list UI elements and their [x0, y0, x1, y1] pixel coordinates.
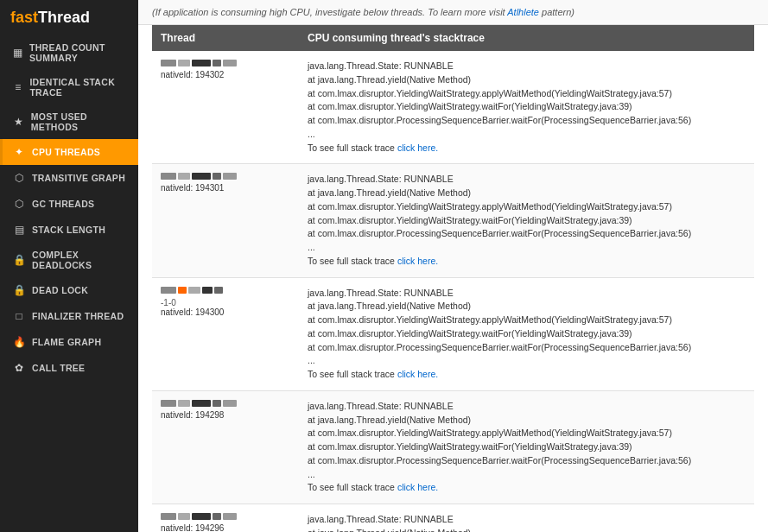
- nav-label-finalizer-thread: FINALIZER THREAD: [32, 311, 124, 321]
- sidebar-item-finalizer-thread[interactable]: □ FINALIZER THREAD: [0, 303, 138, 329]
- stack-cell-1: java.lang.Thread.State: RUNNABLEat java.…: [299, 164, 754, 277]
- stack-line: ...: [308, 241, 746, 255]
- nav-icon-most-used-methods: ★: [13, 116, 24, 128]
- thread-bar: [213, 60, 221, 66]
- page-header: (If application is consuming high CPU, i…: [138, 0, 768, 25]
- nav-icon-thread-count-summary: ▦: [13, 47, 22, 59]
- thread-bar: [178, 513, 190, 520]
- thread-bars: [161, 173, 290, 180]
- native-id-1: nativeld: 194301: [161, 183, 290, 193]
- thread-bar: [213, 513, 221, 520]
- nav-label-cpu-threads: CPU THREADS: [32, 147, 100, 157]
- stack-line: java.lang.Thread.State: RUNNABLE: [308, 173, 746, 187]
- thread-cell-3: nativeld: 194298: [152, 390, 299, 504]
- col-stacktrace: CPU consuming thread's stacktrace: [299, 25, 754, 51]
- nav-icon-cpu-threads: ✦: [13, 146, 25, 158]
- header-suffix: pattern): [539, 7, 574, 17]
- stack-line: java.lang.Thread.State: RUNNABLE: [308, 513, 746, 527]
- stack-line: at com.lmax.disruptor.YieldingWaitStrate…: [308, 100, 746, 114]
- thread-cell-1: nativeld: 194301: [152, 164, 299, 277]
- sidebar-item-complex-deadlocks[interactable]: 🔒 COMPLEX DEADLOCKS: [0, 243, 138, 277]
- stack-line: at com.lmax.disruptor.ProcessingSequence…: [308, 114, 746, 128]
- stack-line: at com.lmax.disruptor.YieldingWaitStrate…: [308, 87, 746, 101]
- stack-line: at com.lmax.disruptor.YieldingWaitStrate…: [308, 214, 746, 228]
- nav-icon-stack-length: ▤: [13, 224, 25, 236]
- stack-cell-2: java.lang.Thread.State: RUNNABLEat java.…: [299, 277, 754, 390]
- sidebar-item-gc-threads[interactable]: ⬡ GC THREADS: [0, 191, 138, 217]
- sidebar-item-cpu-threads[interactable]: ✦ CPU THREADS: [0, 139, 138, 165]
- nav-icon-transitive-graph: ⬡: [13, 172, 25, 184]
- thread-bar: [161, 60, 176, 66]
- thread-bar: [192, 60, 211, 66]
- nav-label-thread-count-summary: THREAD COUNT SUMMARY: [29, 42, 128, 63]
- click-here-text: To see full stack trace click here.: [308, 368, 746, 382]
- thread-cell-4: nativeld: 194296: [152, 504, 299, 533]
- sidebar-item-thread-count-summary[interactable]: ▦ THREAD COUNT SUMMARY: [0, 35, 138, 70]
- sidebar: fastThread ▦ THREAD COUNT SUMMARY ≡ IDEN…: [0, 0, 138, 532]
- stack-line: ...: [308, 468, 746, 482]
- nav-label-flame-graph: FLAME GRAPH: [32, 337, 101, 347]
- stack-line: at java.lang.Thread.yield(Native Method): [308, 300, 746, 314]
- stack-cell-0: java.lang.Thread.State: RUNNABLEat java.…: [299, 51, 754, 164]
- stack-line: at com.lmax.disruptor.YieldingWaitStrate…: [308, 327, 746, 341]
- stack-line: at com.lmax.disruptor.YieldingWaitStrate…: [308, 427, 746, 440]
- thread-bar: [178, 400, 190, 407]
- click-here-text: To see full stack trace click here.: [308, 481, 746, 495]
- thread-bar: [223, 60, 237, 66]
- thread-bar: [214, 287, 223, 294]
- thread-bar: [178, 173, 190, 180]
- stack-line: ...: [308, 354, 746, 368]
- thread-bar: [213, 400, 221, 407]
- thread-bar: [161, 400, 176, 407]
- logo-fast: fast: [10, 9, 38, 26]
- sidebar-item-dead-lock[interactable]: 🔒 DEAD LOCK: [0, 277, 138, 303]
- stack-line: at com.lmax.disruptor.YieldingWaitStrate…: [308, 440, 746, 454]
- content-area[interactable]: Thread CPU consuming thread's stacktrace…: [138, 25, 768, 532]
- stack-line: java.lang.Thread.State: RUNNABLE: [308, 400, 746, 414]
- athlete-link[interactable]: Atlhlete: [507, 7, 539, 17]
- nav-icon-finalizer-thread: □: [13, 310, 25, 322]
- thread-bar: [192, 400, 211, 407]
- stack-line: at java.lang.Thread.yield(Native Method): [308, 527, 746, 532]
- thread-bars: [161, 287, 290, 294]
- thread-bar: [223, 400, 237, 407]
- stack-line: java.lang.Thread.State: RUNNABLE: [308, 287, 746, 301]
- stack-line: at com.lmax.disruptor.YieldingWaitStrate…: [308, 200, 746, 214]
- nav-arrow: [130, 143, 138, 161]
- nav-label-complex-deadlocks: COMPLEX DEADLOCKS: [32, 250, 128, 270]
- app-logo: fastThread: [0, 0, 138, 35]
- table-row: nativeld: 194301java.lang.Thread.State: …: [152, 164, 754, 277]
- nav-label-gc-threads: GC THREADS: [32, 199, 94, 209]
- thread-bar: [178, 287, 187, 294]
- stack-line: at java.lang.Thread.yield(Native Method): [308, 414, 746, 428]
- sidebar-item-flame-graph[interactable]: 🔥 FLAME GRAPH: [0, 329, 138, 355]
- nav-icon-gc-threads: ⬡: [13, 198, 25, 210]
- col-thread: Thread: [152, 25, 299, 51]
- thread-bar: [161, 287, 176, 294]
- click-here-text: To see full stack trace click here.: [308, 142, 746, 155]
- stack-line: at com.lmax.disruptor.YieldingWaitStrate…: [308, 314, 746, 327]
- sidebar-item-most-used-methods[interactable]: ★ MOST USED METHODS: [0, 104, 138, 139]
- nav-label-most-used-methods: MOST USED METHODS: [31, 111, 128, 132]
- thread-cell-0: nativeld: 194302: [152, 51, 299, 164]
- table-header-row: Thread CPU consuming thread's stacktrace: [152, 25, 754, 51]
- table-body: nativeld: 194302java.lang.Thread.State: …: [152, 51, 754, 532]
- click-here-link[interactable]: click here.: [397, 142, 438, 153]
- table-row: -1-0nativeld: 194300java.lang.Thread.Sta…: [152, 277, 754, 390]
- sidebar-item-transitive-graph[interactable]: ⬡ TRANSITIVE GRAPH: [0, 165, 138, 191]
- stack-line: at java.lang.Thread.yield(Native Method): [308, 73, 746, 87]
- click-here-link[interactable]: click here.: [397, 256, 438, 266]
- click-here-link[interactable]: click here.: [397, 369, 438, 379]
- sidebar-item-call-tree[interactable]: ✿ CALL TREE: [0, 355, 138, 381]
- stack-line: at java.lang.Thread.yield(Native Method): [308, 187, 746, 200]
- thread-extra-label: -1-0: [161, 298, 176, 307]
- sidebar-item-stack-length[interactable]: ▤ STACK LENGTH: [0, 217, 138, 243]
- click-here-link[interactable]: click here.: [397, 482, 438, 492]
- stack-line: at com.lmax.disruptor.ProcessingSequence…: [308, 227, 746, 241]
- thread-bar: [192, 513, 211, 520]
- nav-label-stack-length: STACK LENGTH: [32, 225, 105, 235]
- native-id-4: nativeld: 194296: [161, 523, 290, 532]
- thread-bar: [192, 173, 211, 180]
- stack-line: at com.lmax.disruptor.ProcessingSequence…: [308, 454, 746, 468]
- sidebar-item-identical-stack-trace[interactable]: ≡ IDENTICAL STACK TRACE: [0, 70, 138, 104]
